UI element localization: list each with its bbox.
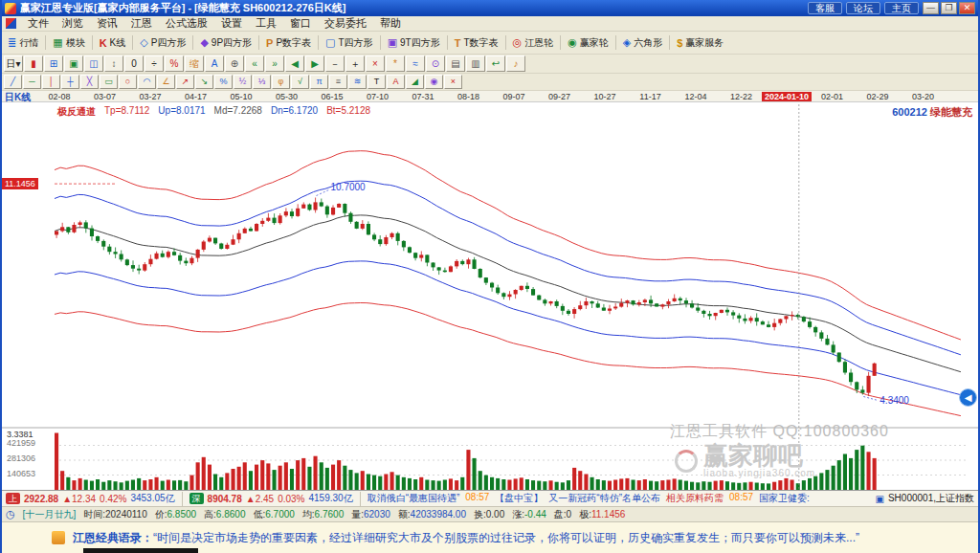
undo-icon[interactable]: ↩ [486, 55, 505, 72]
date-tick-label[interactable]: 08-18 [457, 92, 479, 101]
date-tick-label[interactable]: 11-17 [639, 92, 660, 101]
date-tick-label[interactable]: 06-15 [321, 92, 343, 101]
menu-item-formula-stock-pick[interactable]: 公式选股 [159, 15, 214, 32]
ticker-segment[interactable]: 又一新冠药“特仿”名单公布 [548, 492, 660, 505]
delete-overlay-icon[interactable]: × [366, 55, 385, 72]
date-tick-label[interactable]: 02-29 [866, 92, 888, 101]
date-tick-label[interactable]: 12-22 [730, 92, 752, 101]
division-scale-icon[interactable]: ÷ [145, 55, 164, 72]
wave-overlay-icon[interactable]: ≈ [406, 55, 425, 72]
home-button[interactable]: 主页 [884, 2, 919, 14]
collapse-panel-button[interactable]: ◀ [959, 388, 977, 407]
date-tick-label[interactable]: 10-27 [593, 92, 615, 101]
menu-item-help[interactable]: 帮助 [373, 15, 408, 32]
date-tick-label[interactable]: 03-20 [912, 92, 934, 101]
date-tick-label[interactable]: 07-31 [412, 92, 434, 101]
marquee-scrollbar[interactable] [83, 548, 198, 553]
date-tick-label[interactable]: 04-17 [185, 92, 207, 101]
compress-icon[interactable]: 缩 [185, 55, 204, 72]
x-cross-line-icon[interactable]: ╳ [80, 75, 99, 89]
last-bar-icon[interactable]: » [265, 55, 284, 72]
ticker-segment[interactable]: 【盘中宝】 [495, 492, 543, 505]
square-root-tool-icon[interactable]: √ [291, 75, 309, 89]
date-tick-label[interactable]: 09-27 [548, 92, 570, 101]
toolbar-button-9t-square[interactable]: ▣9T四方形 [384, 33, 444, 53]
date-tick-label[interactable]: 03-27 [139, 92, 161, 101]
menu-item-file[interactable]: 文件 [21, 15, 56, 32]
date-tick-label[interactable]: 02-01 [821, 92, 843, 101]
sound-alert-icon[interactable]: ♪ [506, 55, 525, 72]
selected-date-label[interactable]: 2024-01-10 [762, 92, 812, 101]
toolbar-button-hexagon[interactable]: ◈六角形 [619, 33, 666, 53]
ticker-segment[interactable]: 08:57 [729, 492, 753, 505]
period-selector-icon[interactable]: 日▾ [4, 55, 23, 72]
circle-tool-icon[interactable]: ○ [119, 75, 137, 89]
candle-style-icon[interactable]: ▮ [24, 55, 43, 72]
arc-tool-icon[interactable]: ◠ [138, 75, 156, 89]
date-tick-label[interactable]: 12-04 [684, 92, 706, 101]
star-mark-icon[interactable]: * [386, 55, 405, 72]
toolbar-button-kline[interactable]: KK线 [96, 33, 130, 53]
minimize-button[interactable]: — [923, 2, 939, 14]
crosshair-icon[interactable]: ⊙ [426, 55, 445, 72]
font-size-icon[interactable]: A [205, 55, 224, 72]
customer-service-button[interactable]: 客服 [808, 2, 842, 14]
cross-line-icon[interactable]: ┼ [61, 75, 79, 89]
close-button[interactable]: ✕ [959, 2, 975, 14]
trend-line-icon[interactable]: ╱ [4, 75, 22, 89]
single-pane-icon[interactable]: ▣ [64, 55, 83, 72]
cols-layout-icon[interactable]: ▥ [466, 55, 485, 72]
rectangle-tool-icon[interactable]: ▭ [100, 75, 118, 89]
menu-item-trade-order[interactable]: 交易委托 [318, 15, 373, 32]
vertical-line-icon[interactable]: │ [42, 75, 60, 89]
ticker-segment[interactable]: 相关原料药需 [666, 492, 724, 505]
next-bar-icon[interactable]: ▶ [305, 55, 324, 72]
toolbar-button-9p-square[interactable]: ◆9P四方形 [196, 33, 256, 53]
date-tick-label[interactable]: 05-30 [276, 92, 298, 101]
toolbar-button-gann-wheel[interactable]: ◎江恩轮 [509, 33, 558, 53]
percent-scale-icon[interactable]: % [165, 55, 184, 72]
gann-fan-tool-icon[interactable]: ◢ [406, 75, 424, 89]
half-division-tool-icon[interactable]: ½ [234, 75, 252, 89]
wave-count-tool-icon[interactable]: ≋ [348, 75, 367, 89]
toolbar-button-p-square[interactable]: ◇P四方形 [136, 33, 189, 53]
toolbar-button-t-square[interactable]: ▢T四方形 [322, 33, 377, 53]
ticker-segment[interactable]: 取消俄白“最惠国待遇” [368, 492, 460, 505]
ticker-segment[interactable]: 国家卫健委: [759, 492, 810, 505]
cycle-circle-tool-icon[interactable]: ◉ [425, 75, 443, 89]
toolbar-button-t-number-table[interactable]: TT数字表 [451, 33, 502, 53]
date-tick-label[interactable]: 05-10 [230, 92, 252, 101]
menu-item-tools[interactable]: 工具 [249, 15, 283, 32]
arrow-up-tool-icon[interactable]: ↗ [176, 75, 194, 89]
ticker-segment[interactable]: 08:57 [465, 492, 489, 505]
parallel-channel-tool-icon[interactable]: ≡ [329, 75, 347, 89]
golden-ratio-tool-icon[interactable]: φ [272, 75, 290, 89]
menu-item-window[interactable]: 窗口 [283, 15, 318, 32]
angle-tool-icon[interactable]: ∠ [157, 75, 175, 89]
menu-item-news[interactable]: 资讯 [90, 15, 124, 32]
date-tick-label[interactable]: 02-08 [48, 92, 70, 101]
dual-pane-icon[interactable]: ◫ [84, 55, 103, 72]
first-bar-icon[interactable]: « [245, 55, 264, 72]
news-ticker[interactable]: 取消俄白“最惠国待遇”08:57【盘中宝】又一新冠药“特仿”名单公布相关原料药需… [368, 492, 872, 505]
date-tick-label[interactable]: 09-07 [502, 92, 524, 101]
third-division-tool-icon[interactable]: ⅓ [253, 75, 271, 89]
menu-item-gann[interactable]: 江恩 [124, 15, 159, 32]
horizontal-line-icon[interactable]: ─ [23, 75, 41, 89]
percent-retrace-tool-icon[interactable]: % [214, 75, 233, 89]
toolbar-button-p-number-table[interactable]: PP数字表 [262, 33, 315, 53]
label-tool-icon[interactable]: A [387, 75, 405, 89]
zoom-in-icon[interactable]: ＋ [345, 55, 365, 72]
toolbar-button-modules[interactable]: ▦模块 [49, 33, 88, 53]
scale-toggle-icon[interactable]: ↕ [104, 55, 123, 72]
prev-bar-icon[interactable]: ◀ [285, 55, 304, 72]
text-tool-icon[interactable]: T [368, 75, 386, 89]
menu-item-browse[interactable]: 浏览 [56, 15, 90, 32]
zoom-out-icon[interactable]: － [325, 55, 345, 72]
date-tick-label[interactable]: 07-10 [367, 92, 389, 101]
grid-layout-icon[interactable]: ⊞ [44, 55, 63, 72]
forum-button[interactable]: 论坛 [846, 2, 880, 14]
toolbar-button-winner-service[interactable]: $赢家服务 [673, 33, 727, 53]
menu-item-settings[interactable]: 设置 [214, 15, 249, 32]
date-tick-label[interactable]: 03-07 [94, 92, 116, 101]
